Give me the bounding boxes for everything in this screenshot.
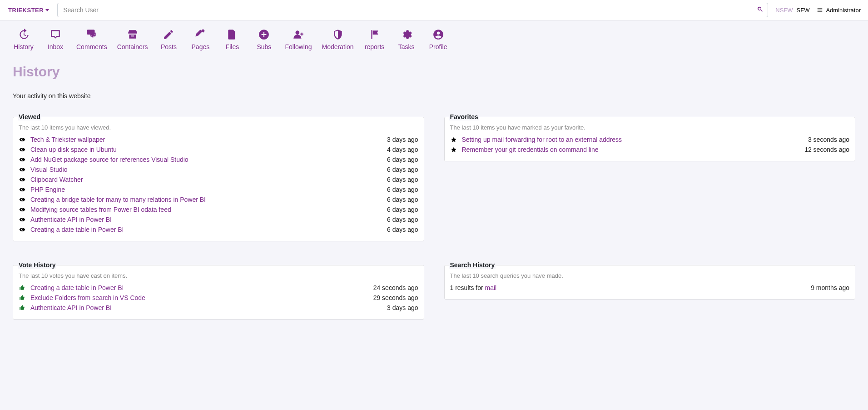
list-item: Exclude Folders from search in VS Code 2… [19, 293, 418, 303]
search-icon[interactable] [757, 6, 764, 14]
list-item: Setting up mail forwarding for root to a… [450, 135, 850, 145]
nav-inbox[interactable]: Inbox [45, 29, 66, 50]
nav-label: Moderation [322, 43, 354, 50]
item-link[interactable]: Creating a date table in Power BI [30, 284, 124, 291]
nsfw-toggle: NSFW SFW [773, 7, 812, 14]
nav-moderation[interactable]: Moderation [322, 29, 354, 50]
list-item: Creating a date table in Power BI 24 sec… [19, 283, 418, 293]
item-link[interactable]: Clean up disk space in Ubuntu [30, 146, 117, 153]
nav-posts[interactable]: Posts [158, 29, 179, 50]
ico-thumb-icon [19, 295, 26, 301]
user-circle-icon [432, 29, 444, 40]
panel-votes-desc: The last 10 votes you have cast on items… [19, 272, 418, 279]
ico-eye-icon [19, 136, 26, 143]
item-link[interactable]: Exclude Folders from search in VS Code [30, 294, 145, 301]
ico-star-icon [450, 146, 457, 153]
ico-eye-icon [19, 196, 26, 203]
nav-following[interactable]: Following [285, 29, 312, 50]
panel-search-legend: Search History [449, 261, 496, 269]
inbox-icon [50, 29, 61, 40]
comments-icon [86, 29, 98, 40]
nav-containers[interactable]: Containers [117, 29, 148, 50]
panel-search: Search History The last 10 search querie… [444, 261, 856, 300]
history-icon [18, 29, 30, 40]
list-item: Remember your git credentials on command… [450, 145, 850, 155]
search-query-link[interactable]: mail [485, 284, 497, 291]
list-item: Clean up disk space in Ubuntu 4 days ago [19, 145, 418, 155]
nsfw-option[interactable]: NSFW [775, 7, 793, 14]
item-time: 6 days ago [387, 186, 418, 193]
panel-favorites-desc: The last 10 items you have marked as you… [450, 124, 850, 131]
item-link[interactable]: Authenticate API in Power BI [30, 216, 112, 223]
item-link[interactable]: Modifying source tables from Power BI od… [30, 206, 171, 213]
list-item: Tech & Triekster wallpaper 3 days ago [19, 135, 418, 145]
nav-history[interactable]: History [13, 29, 35, 50]
panel-viewed-desc: The last 10 items you have viewed. [19, 124, 418, 131]
nav-label: History [14, 43, 34, 50]
list-item: Modifying source tables from Power BI od… [19, 205, 418, 215]
ico-eye-icon [19, 226, 26, 233]
nav-label: Tasks [398, 43, 415, 50]
ico-thumb-icon [19, 305, 26, 311]
search-input[interactable] [57, 3, 768, 17]
nav-label: Inbox [48, 43, 63, 50]
item-link[interactable]: PHP Engine [30, 186, 65, 193]
nav-files[interactable]: Files [221, 29, 243, 50]
flag-icon [369, 29, 381, 40]
list-item: 1 results for mail 9 months ago [450, 283, 850, 293]
ico-eye-icon [19, 206, 26, 213]
list-item: Creating a bridge table for many to many… [19, 195, 418, 205]
ico-eye-icon [19, 166, 26, 173]
item-time: 12 seconds ago [804, 146, 849, 153]
list-item: Creating a date table in Power BI 6 days… [19, 225, 418, 235]
item-link[interactable]: Setting up mail forwarding for root to a… [462, 136, 622, 143]
nav-comments[interactable]: Comments [76, 29, 107, 50]
panel-viewed-legend: Viewed [18, 113, 41, 120]
item-link[interactable]: Creating a bridge table for many to many… [30, 196, 206, 203]
item-time: 6 days ago [387, 166, 418, 173]
brand-dropdown[interactable]: TRIEKSTER [5, 5, 53, 15]
nav-label: Following [285, 43, 312, 50]
shield-icon [332, 29, 344, 40]
ico-eye-icon [19, 176, 26, 183]
nav-label: Subs [257, 43, 271, 50]
item-time: 24 seconds ago [373, 284, 418, 291]
nav-label: Files [226, 43, 239, 50]
ico-eye-icon [19, 156, 26, 163]
item-time: 6 days ago [387, 196, 418, 203]
item-time: 6 days ago [387, 156, 418, 163]
nav-reports[interactable]: reports [364, 29, 386, 50]
item-link[interactable]: Creating a date table in Power BI [30, 226, 124, 233]
page-subtitle: Your activity on this website [13, 92, 855, 100]
user-plus-icon [293, 29, 304, 40]
ico-eye-icon [19, 146, 26, 153]
search-wrap [57, 3, 768, 17]
nav-subs[interactable]: Subs [253, 29, 275, 50]
admin-menu[interactable]: Administrator [817, 7, 863, 14]
nav-label: Pages [192, 43, 210, 50]
panel-viewed: Viewed The last 10 items you have viewed… [13, 113, 424, 241]
nav-tasks[interactable]: Tasks [396, 29, 417, 50]
ico-thumb-icon [19, 285, 26, 291]
nav-pages[interactable]: Pages [189, 29, 211, 50]
item-link[interactable]: Remember your git credentials on command… [462, 146, 599, 153]
panel-favorites: Favorites The last 10 items you have mar… [444, 113, 856, 161]
item-time: 6 days ago [387, 176, 418, 183]
file-icon [226, 29, 238, 40]
item-time: 3 days ago [387, 136, 418, 143]
item-time: 6 days ago [387, 226, 418, 233]
item-link[interactable]: Clipboard Watcher [30, 176, 83, 183]
admin-label: Administrator [826, 7, 861, 14]
plus-circle-icon [258, 29, 270, 40]
list-item: Add NuGet package source for references … [19, 155, 418, 165]
page-title: History [13, 64, 855, 80]
caret-down-icon [45, 9, 49, 11]
panel-favorites-legend: Favorites [449, 113, 479, 120]
item-link[interactable]: Authenticate API in Power BI [30, 304, 112, 311]
item-link[interactable]: Add NuGet package source for references … [30, 156, 188, 163]
item-link[interactable]: Tech & Triekster wallpaper [30, 136, 105, 143]
list-item: PHP Engine 6 days ago [19, 185, 418, 195]
item-link[interactable]: Visual Studio [30, 166, 67, 173]
nav-profile[interactable]: Profile [427, 29, 449, 50]
sfw-option[interactable]: SFW [797, 7, 810, 14]
